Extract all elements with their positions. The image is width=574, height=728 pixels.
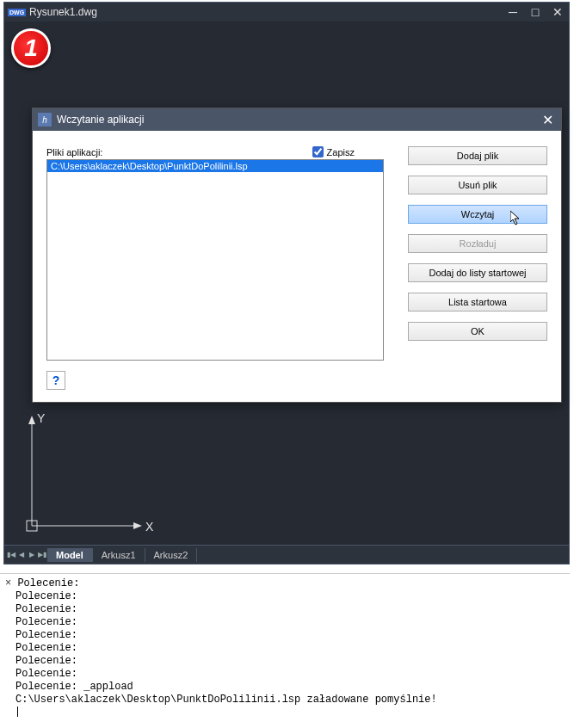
layout-tab-1[interactable]: Arkusz1: [93, 548, 145, 562]
file-panel: Pliki aplikacji: Zapisz C:\Users\aklacze…: [46, 146, 398, 361]
load-button[interactable]: Wczytaj: [408, 205, 547, 224]
save-checkbox[interactable]: [312, 146, 324, 157]
dialog-title: Wczytanie aplikacji: [57, 114, 539, 126]
app-title: Rysunek1.dwg: [29, 6, 505, 18]
console-line: Polecenie:: [5, 577, 565, 590]
dialog-buttons: Dodaj plik Usuń plik Wczytaj Rozładuj Do…: [408, 146, 547, 341]
step-number: 1: [24, 34, 38, 62]
console-line: Polecenie:: [5, 642, 565, 655]
maximize-button[interactable]: □: [528, 5, 543, 19]
tab-nav-first[interactable]: ▮◀: [6, 549, 16, 561]
svg-text:Y: Y: [37, 412, 46, 425]
add-file-button[interactable]: Dodaj plik: [408, 146, 547, 165]
console-line: Polecenie:: [5, 590, 565, 603]
step-badge: 1: [11, 28, 51, 68]
help-button[interactable]: ?: [46, 371, 65, 390]
add-to-startup-button[interactable]: Dodaj do listy startowej: [408, 263, 547, 282]
console-caret: [5, 706, 565, 721]
window-buttons: ─ □ ✕: [505, 5, 565, 19]
console-line: Polecenie:: [5, 668, 565, 681]
ok-button[interactable]: OK: [408, 322, 547, 341]
drawing-area[interactable]: 1 Y X h Wczytanie aplikacji ✕ Plik: [4, 22, 569, 546]
model-tab[interactable]: Model: [47, 548, 93, 562]
layout-tab-2[interactable]: Arkusz2: [145, 548, 198, 562]
svg-marker-1: [28, 416, 35, 424]
app-titlebar[interactable]: DWG Rysunek1.dwg ─ □ ✕: [4, 3, 569, 22]
dialog-close-button[interactable]: ✕: [539, 111, 556, 128]
console-line: Polecenie:: [5, 655, 565, 668]
command-console[interactable]: Polecenie: Polecenie: Polecenie: Polecen…: [0, 573, 570, 725]
svg-marker-4: [133, 522, 142, 529]
minimize-button[interactable]: ─: [505, 5, 521, 19]
svg-rect-6: [27, 521, 37, 531]
save-checkbox-wrap[interactable]: Zapisz: [312, 146, 355, 157]
load-button-label: Wczytaj: [461, 209, 495, 219]
tab-nav-arrows: ▮◀ ◀ ▶ ▶▮: [6, 549, 47, 561]
console-line: C:\Users\aklaczek\Desktop\PunktDoPolilin…: [5, 694, 565, 706]
svg-marker-7: [510, 211, 519, 225]
remove-file-button[interactable]: Usuń plik: [408, 176, 547, 194]
console-line: Polecenie:: [5, 616, 565, 629]
dialog-icon: h: [38, 113, 52, 126]
tab-nav-prev[interactable]: ◀: [16, 549, 27, 561]
console-line: Polecenie:: [5, 629, 565, 642]
tab-nav-last[interactable]: ▶▮: [37, 549, 47, 561]
main-window: DWG Rysunek1.dwg ─ □ ✕ 1 Y X h Wczytanie…: [3, 2, 570, 565]
save-checkbox-label: Zapisz: [327, 147, 355, 157]
files-label: Pliki aplikacji:: [46, 147, 102, 157]
dialog-body: Pliki aplikacji: Zapisz C:\Users\aklacze…: [33, 131, 561, 402]
tab-nav-next[interactable]: ▶: [27, 549, 37, 561]
load-applications-dialog: h Wczytanie aplikacji ✕ Pliki aplikacji:…: [32, 108, 562, 403]
file-list[interactable]: C:\Users\aklaczek\Desktop\PunktDoPolilin…: [46, 159, 384, 361]
cursor-icon: [510, 211, 522, 226]
dwg-icon: DWG: [8, 9, 26, 16]
console-line: Polecenie: _appload: [5, 681, 565, 694]
ucs-axis-icon: Y X: [22, 412, 159, 550]
unload-button: Rozładuj: [408, 234, 547, 253]
startup-list-button[interactable]: Lista startowa: [408, 293, 547, 312]
file-item[interactable]: C:\Users\aklaczek\Desktop\PunktDoPolilin…: [47, 160, 383, 172]
layout-tabs-bar: ▮◀ ◀ ▶ ▶▮ Model Arkusz1 Arkusz2: [4, 545, 569, 564]
console-line: Polecenie:: [5, 603, 565, 616]
dialog-titlebar[interactable]: h Wczytanie aplikacji ✕: [33, 108, 561, 131]
close-button[interactable]: ✕: [550, 5, 565, 19]
svg-text:X: X: [145, 520, 154, 534]
